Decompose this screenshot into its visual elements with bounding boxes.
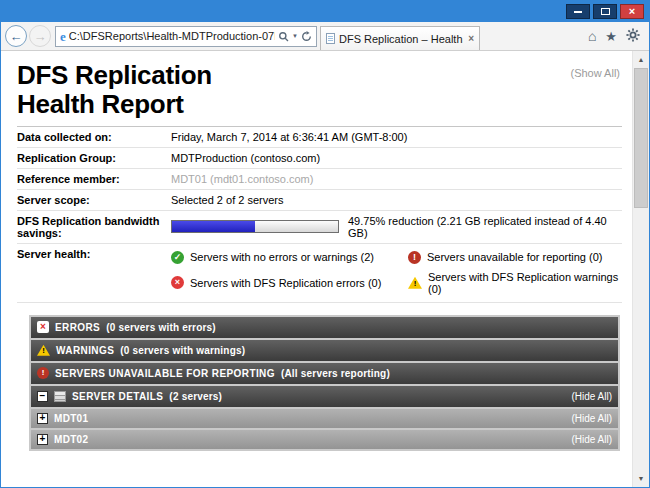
minimize-button[interactable]	[566, 4, 590, 19]
field-label: Reference member:	[17, 173, 171, 185]
star-icon: ★	[605, 29, 617, 44]
tab-dfs-report[interactable]: DFS Replication – Health Re... ×	[320, 26, 480, 50]
browser-toolbar: ← → e C:\DFSReports\Health-MDTProduction…	[1, 22, 649, 51]
scroll-down-icon: ▼	[638, 475, 645, 482]
check-circle-icon: ✓	[171, 251, 184, 264]
home-icon: ⌂	[588, 28, 596, 44]
toolbar-right-icons: ⌂ ★	[588, 28, 645, 45]
bandwidth-value: 49.75% reduction (2.21 GB replicated ins…	[171, 215, 622, 239]
section-title: ERRORS	[55, 322, 100, 333]
field-row-data-collected: Data collected on: Friday, March 7, 2014…	[17, 127, 622, 148]
bandwidth-row: DFS Replication bandwidth savings: 49.75…	[17, 211, 622, 244]
minimize-icon	[574, 11, 582, 13]
favorites-button[interactable]: ★	[605, 29, 617, 44]
show-all-link[interactable]: (Show All)	[570, 67, 620, 79]
field-label: Replication Group:	[17, 152, 171, 164]
health-item-warnings: ! Servers with DFS Replication warnings …	[408, 271, 622, 295]
server-name: MDT01	[54, 413, 88, 424]
field-row-reference-member: Reference member: MDT01 (mdt01.contoso.c…	[17, 169, 622, 190]
scrollbar-track[interactable]	[633, 68, 649, 470]
page-icon	[326, 33, 335, 44]
back-button[interactable]: ←	[5, 25, 27, 47]
field-label: DFS Replication bandwidth savings:	[17, 215, 171, 239]
field-row-replication-group: Replication Group: MDTProduction (contos…	[17, 148, 622, 169]
hide-all-link[interactable]: (Hide All)	[571, 391, 612, 402]
field-row-server-scope: Server scope: Selected 2 of 2 servers	[17, 190, 622, 211]
section-title: WARNINGS	[56, 345, 114, 356]
maximize-icon	[601, 8, 610, 15]
expand-button[interactable]: +	[37, 413, 48, 424]
close-button[interactable]: ×	[620, 4, 644, 19]
forward-button[interactable]: →	[29, 25, 51, 47]
health-item-ok: ✓ Servers with no errors or warnings (2)	[171, 251, 408, 264]
exclamation-circle-icon: !	[37, 367, 49, 379]
section-server-details[interactable]: − SERVER DETAILS (2 servers) (Hide All)	[31, 386, 618, 407]
page-title: DFS Replication Health Report	[17, 61, 212, 120]
report-page: DFS Replication Health Report (Show All)…	[1, 51, 632, 487]
report-sections: × ERRORS (0 servers with errors) ! WARNI…	[29, 315, 620, 451]
cross-circle-icon: ×	[171, 276, 184, 289]
health-item-unavailable: ! Servers unavailable for reporting (0)	[408, 251, 622, 264]
field-value: Selected 2 of 2 servers	[171, 194, 622, 206]
report-header: DFS Replication Health Report (Show All)	[17, 55, 622, 126]
tab-title: DFS Replication – Health Re...	[339, 33, 464, 45]
gear-icon	[626, 28, 640, 45]
address-bar[interactable]: e C:\DFSReports\Health-MDTProduction-07M…	[55, 26, 317, 47]
search-icon[interactable]	[278, 31, 289, 42]
scroll-down-button[interactable]: ▼	[633, 470, 649, 487]
bandwidth-progress-bar	[171, 220, 339, 233]
ie-icon: e	[60, 30, 66, 43]
hide-all-link[interactable]: (Hide All)	[571, 434, 612, 445]
vertical-scrollbar: ▲ ▼	[632, 51, 649, 487]
exclamation-circle-icon: !	[408, 251, 421, 264]
server-icon	[54, 391, 66, 402]
section-title: SERVERS UNAVAILABLE FOR REPORTING	[55, 368, 275, 379]
refresh-icon[interactable]	[301, 31, 312, 42]
report-fields: Data collected on: Friday, March 7, 2014…	[17, 126, 622, 303]
field-label: Server health:	[17, 248, 171, 298]
browser-window: × ← → e C:\DFSReports\Health-MDTProducti…	[0, 0, 650, 488]
field-label: Server scope:	[17, 194, 171, 206]
bandwidth-bar-fill	[172, 221, 255, 232]
section-unavailable[interactable]: ! SERVERS UNAVAILABLE FOR REPORTING (All…	[31, 363, 618, 384]
collapse-button[interactable]: −	[37, 391, 48, 402]
server-row-mdt01[interactable]: + MDT01 (Hide All)	[31, 409, 618, 428]
server-health-row: Server health: ✓ Servers with no errors …	[17, 244, 622, 303]
field-value: MDT01 (mdt01.contoso.com)	[171, 173, 622, 185]
health-text: Servers with DFS Replication warnings (0…	[428, 271, 622, 295]
address-text: C:\DFSReports\Health-MDTProduction-07M	[69, 30, 275, 42]
health-item-errors: × Servers with DFS Replication errors (0…	[171, 271, 408, 295]
section-warnings[interactable]: ! WARNINGS (0 servers with warnings)	[31, 340, 618, 361]
title-bar[interactable]: ×	[1, 1, 649, 22]
server-name: MDT02	[54, 434, 88, 445]
field-value: Friday, March 7, 2014 at 6:36:41 AM (GMT…	[171, 131, 622, 143]
section-errors[interactable]: × ERRORS (0 servers with errors)	[31, 317, 618, 338]
section-subtitle: (All servers reporting)	[281, 368, 390, 379]
title-line-1: DFS Replication	[17, 60, 212, 90]
health-text: Servers with DFS Replication errors (0)	[190, 277, 381, 289]
tab-close-button[interactable]: ×	[468, 33, 474, 44]
hide-all-link[interactable]: (Hide All)	[571, 413, 612, 424]
error-cross-icon: ×	[37, 321, 49, 333]
health-text: Servers unavailable for reporting (0)	[427, 251, 602, 263]
expand-button[interactable]: +	[37, 434, 48, 445]
back-icon: ←	[10, 29, 23, 44]
scrollbar-thumb[interactable]	[634, 68, 648, 208]
close-icon: ×	[629, 6, 635, 17]
maximize-button[interactable]	[593, 4, 617, 19]
section-subtitle: (0 servers with errors)	[106, 322, 216, 333]
tools-button[interactable]	[626, 28, 640, 45]
server-row-mdt02[interactable]: + MDT02 (Hide All)	[31, 430, 618, 449]
warning-triangle-icon: !	[408, 277, 422, 289]
home-button[interactable]: ⌂	[588, 28, 596, 44]
scroll-up-button[interactable]: ▲	[633, 51, 649, 68]
forward-icon: →	[34, 29, 47, 44]
bandwidth-text: 49.75% reduction (2.21 GB replicated ins…	[348, 215, 622, 239]
section-title: SERVER DETAILS	[72, 391, 163, 402]
scroll-up-icon: ▲	[638, 56, 645, 63]
warning-triangle-icon: !	[37, 345, 50, 356]
field-label: Data collected on:	[17, 131, 171, 143]
chevron-down-icon[interactable]: ▼	[292, 33, 298, 39]
content-area: DFS Replication Health Report (Show All)…	[1, 51, 649, 487]
section-subtitle: (0 servers with warnings)	[120, 345, 245, 356]
